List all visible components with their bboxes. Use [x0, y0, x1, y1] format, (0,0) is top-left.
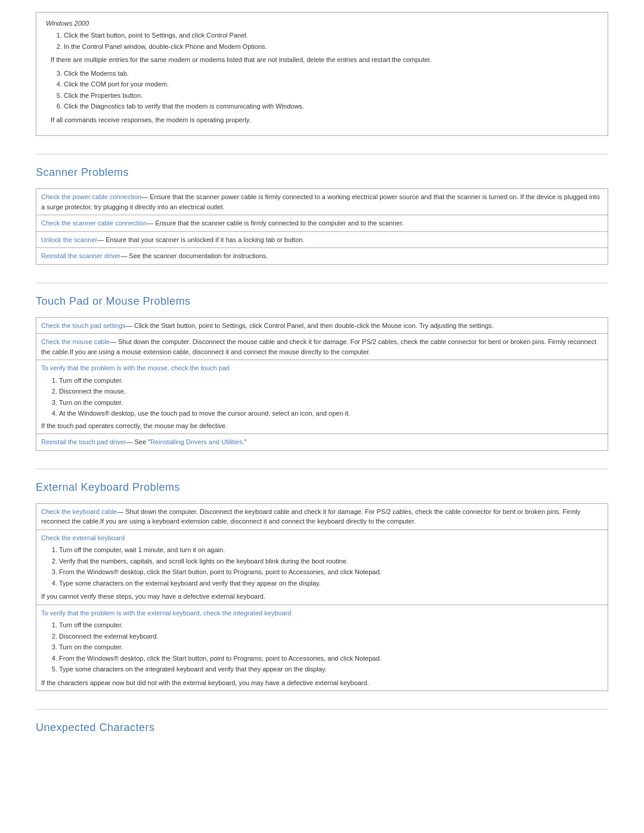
scanner-section: Scanner Problems Check the power cable c…: [36, 166, 608, 265]
ext-keyboard-cable-link[interactable]: Check the keyboard cable: [41, 508, 117, 515]
divider-touchpad: [36, 283, 608, 283]
touchpad-verify-heading: To verify that the problem is with the m…: [36, 360, 608, 434]
scanner-text-3: Ensure that your scanner is unlocked if …: [104, 236, 304, 243]
scanner-link-4[interactable]: Reinstall the scanner driver: [41, 252, 120, 259]
touchpad-reinstall-text2: .": [243, 438, 247, 445]
scanner-row-3: Unlock the scanner— Ensure that your sca…: [36, 232, 608, 249]
scanner-row-4: Reinstall the scanner driver— See the sc…: [36, 248, 608, 264]
windows-note-1: If there are multiple entries for the sa…: [46, 55, 598, 65]
unexpected-title: Unexpected Characters: [36, 721, 608, 734]
touchpad-dash-1: —: [126, 322, 132, 329]
windows-steps-2: Click the Modems tab. Click the COM port…: [64, 69, 598, 112]
scanner-dash-3: —: [97, 236, 104, 243]
ext-keyboard-check-heading: Check the external keyboard: [41, 533, 603, 543]
divider-scanner: [36, 154, 608, 154]
touchpad-section: Touch Pad or Mouse Problems Check the to…: [36, 295, 608, 451]
divider-unexpected: [36, 709, 608, 710]
ext-keyboard-verify-step-5: Type some characters on the integrated k…: [59, 664, 603, 674]
windows-step-2-1: Click the Modems tab.: [64, 69, 598, 79]
touchpad-row-2: Check the mouse cable— Shut down the com…: [36, 334, 608, 360]
ext-keyboard-verify-steps: Turn off the computer. Disconnect the ex…: [59, 620, 603, 674]
touchpad-verify-note: If the touch pad operates correctly, the…: [41, 421, 603, 431]
ext-keyboard-title: External Keyboard Problems: [36, 481, 608, 494]
touchpad-reinstall-link2[interactable]: Reinstalling Drivers and Utilities: [150, 438, 243, 445]
windows-step-2-2: Click the COM port for your modem.: [64, 79, 598, 89]
touchpad-reinstall-row: Reinstall the touch pad driver— See "Rei…: [36, 434, 608, 450]
scanner-dash-1: —: [141, 193, 148, 200]
touchpad-reinstall-dash: —: [126, 438, 132, 445]
windows-box: Windows 2000 Click the Start button, poi…: [36, 12, 608, 136]
touchpad-verify-step-3: Turn on the computer.: [59, 398, 603, 408]
ext-keyboard-check-step-1: Turn off the computer, wait 1 minute, an…: [59, 545, 603, 555]
touchpad-row-1: Check the touch pad settings— Click the …: [36, 318, 608, 335]
windows-note-2: If all commands receive responses, the m…: [46, 115, 598, 125]
touchpad-link-2[interactable]: Check the mouse cable: [41, 338, 110, 345]
scanner-link-2[interactable]: Check the scanner cable connection: [41, 219, 147, 227]
touchpad-text-1: Click the Start button, point to Setting…: [132, 322, 494, 329]
scanner-link-3[interactable]: Unlock the scanner: [41, 236, 97, 243]
windows-step-2-3: Click the Properties button.: [64, 91, 598, 101]
scanner-text-2: Ensure that the scanner cable is firmly …: [153, 219, 403, 227]
ext-keyboard-verify-step-1: Turn off the computer.: [59, 620, 603, 630]
scanner-link-1[interactable]: Check the power cable connection: [41, 193, 141, 200]
touchpad-reinstall-link[interactable]: Reinstall the touch pad driver: [41, 438, 126, 445]
ext-keyboard-check-section: Check the external keyboard Turn off the…: [36, 530, 608, 605]
touchpad-title: Touch Pad or Mouse Problems: [36, 295, 608, 308]
scanner-row-2: Check the scanner cable connection— Ensu…: [36, 215, 608, 232]
touchpad-text-2: Shut down the computer. Disconnect the m…: [41, 338, 596, 355]
scanner-title: Scanner Problems: [36, 166, 608, 179]
touchpad-link-1[interactable]: Check the touch pad settings: [41, 322, 126, 329]
touchpad-verify-steps: Turn off the computer. Disconnect the mo…: [59, 376, 603, 419]
divider-ext-keyboard: [36, 469, 608, 469]
ext-keyboard-check-step-4: Type some characters on the external key…: [59, 578, 603, 589]
windows-label: Windows 2000: [46, 20, 598, 27]
ext-keyboard-verify-step-2: Disconnect the external keyboard.: [59, 631, 603, 642]
scanner-text-4: See the scanner documentation for instru…: [127, 252, 268, 259]
ext-keyboard-verify-section: To verify that the problem is with the e…: [36, 605, 608, 691]
ext-keyboard-check-steps: Turn off the computer, wait 1 minute, an…: [59, 545, 603, 588]
ext-keyboard-verify-note: If the characters appear now but did not…: [41, 678, 603, 688]
touchpad-dash-2: —: [110, 338, 116, 345]
windows-step-1-1: Click the Start button, point to Setting…: [64, 30, 598, 41]
touchpad-reinstall-text: See ": [132, 438, 150, 445]
windows-steps-1: Click the Start button, point to Setting…: [64, 30, 598, 51]
touchpad-verify-step-2: Disconnect the mouse.: [59, 386, 603, 397]
ext-keyboard-check-note: If you cannot verify these steps, you ma…: [41, 592, 603, 602]
ext-keyboard-box: Check the keyboard cable— Shut down the …: [36, 503, 608, 692]
ext-keyboard-verify-step-3: Turn on the computer.: [59, 642, 603, 652]
ext-keyboard-check-step-3: From the Windows® desktop, click the Sta…: [59, 567, 603, 577]
scanner-box: Check the power cable connection— Ensure…: [36, 188, 608, 265]
ext-keyboard-cable-dash: —: [117, 508, 123, 515]
ext-keyboard-check-step-2: Verify that the numbers, capitals, and s…: [59, 556, 603, 566]
scanner-row-1: Check the power cable connection— Ensure…: [36, 189, 608, 215]
ext-keyboard-verify-heading: To verify that the problem is with the e…: [41, 608, 603, 618]
ext-keyboard-cable-row: Check the keyboard cable— Shut down the …: [36, 504, 608, 530]
touchpad-verify-step-4: At the Windows® desktop, use the touch p…: [59, 408, 603, 419]
ext-keyboard-section: External Keyboard Problems Check the key…: [36, 481, 608, 692]
scanner-dash-2: —: [147, 219, 153, 227]
windows-section: Windows 2000 Click the Start button, poi…: [36, 12, 608, 136]
unexpected-section: Unexpected Characters: [36, 721, 608, 734]
touchpad-box: Check the touch pad settings— Click the …: [36, 317, 608, 451]
scanner-dash-4: —: [120, 252, 127, 259]
windows-step-2-4: Click the Diagnostics tab to verify that…: [64, 101, 598, 112]
ext-keyboard-verify-step-4: From the Windows® desktop, click the Sta…: [59, 654, 603, 664]
touchpad-verify-label: To verify that the problem is with the m…: [41, 364, 230, 371]
touchpad-verify-step-1: Turn off the computer.: [59, 376, 603, 386]
windows-step-1-2: In the Control Panel window, double-clic…: [64, 42, 598, 52]
